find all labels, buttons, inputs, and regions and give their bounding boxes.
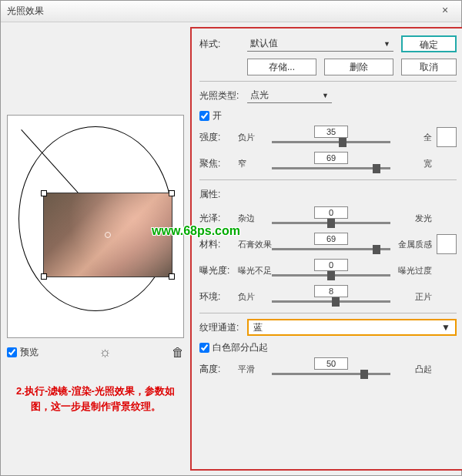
chevron-down-icon: ▼: [322, 92, 329, 99]
slider-thumb[interactable]: [373, 245, 380, 254]
height-slider[interactable]: 50: [272, 359, 390, 379]
intensity-right: 全: [390, 132, 432, 143]
ambient-right: 正片: [390, 291, 432, 303]
material-right: 金属质感: [390, 239, 432, 250]
exposure-label: 曝光度:: [199, 264, 238, 277]
height-row: 高度: 平滑 50 凸起: [199, 359, 457, 379]
height-value[interactable]: 50: [314, 357, 348, 370]
focus-left: 窄: [238, 158, 272, 169]
texture-channel-value: 蓝: [253, 321, 263, 334]
texture-channel-dropdown[interactable]: 蓝 ▼: [247, 319, 457, 336]
slider-thumb[interactable]: [339, 138, 346, 147]
height-left: 平滑: [238, 364, 272, 375]
material-value[interactable]: 69: [314, 233, 348, 245]
intensity-slider[interactable]: 35: [272, 127, 390, 147]
slider-thumb[interactable]: [327, 271, 335, 280]
texture-channel-label: 纹理通道:: [199, 321, 247, 334]
preview-checkbox-input[interactable]: [7, 347, 17, 357]
props-label: 属性:: [199, 188, 247, 201]
ambient-row: 环境: 负片 8 正片: [199, 287, 457, 307]
height-right: 凸起: [390, 364, 432, 375]
close-icon[interactable]: ×: [434, 4, 457, 18]
delete-button[interactable]: 删除: [324, 59, 393, 75]
style-value: 默认值: [250, 37, 278, 50]
ambient-value[interactable]: 8: [314, 285, 348, 297]
light-center-handle[interactable]: [105, 232, 111, 238]
focus-right: 宽: [390, 158, 432, 169]
material-slider[interactable]: 69: [272, 234, 390, 254]
style-dropdown[interactable]: 默认值 ▼: [247, 36, 393, 52]
gloss-right: 发光: [390, 213, 432, 224]
ambient-color-swatch[interactable]: [437, 234, 457, 254]
style-label: 样式:: [199, 38, 247, 51]
focus-row: 聚焦: 窄 69 宽: [199, 153, 457, 173]
material-row: 材料: 石膏效果 69 金属质感: [199, 234, 457, 254]
on-checkbox[interactable]: 开: [199, 109, 457, 122]
intensity-label: 强度:: [199, 131, 238, 144]
white-high-label: 白色部分凸起: [213, 341, 268, 354]
exposure-row: 曝光度: 曝光不足 0 曝光过度: [199, 260, 457, 280]
crop-handle[interactable]: [169, 273, 175, 280]
lighting-effects-dialog: 光照效果 × 预览 ☼ 🗑: [0, 0, 462, 476]
exposure-slider[interactable]: 0: [272, 260, 390, 280]
crop-handle[interactable]: [41, 190, 47, 196]
ambient-label: 环境:: [199, 290, 238, 303]
ambient-slider[interactable]: 8: [272, 287, 390, 307]
preview-canvas[interactable]: [7, 115, 184, 338]
gloss-slider[interactable]: 0: [272, 208, 390, 228]
gloss-left: 杂边: [238, 213, 272, 224]
light-type-dropdown[interactable]: 点光 ▼: [247, 88, 332, 103]
gloss-value[interactable]: 0: [314, 206, 348, 219]
light-color-swatch[interactable]: [437, 127, 457, 147]
ambient-left: 负片: [238, 291, 272, 303]
gloss-label: 光泽:: [199, 212, 238, 225]
gloss-row: 光泽: 杂边 0 发光: [199, 208, 457, 228]
material-left: 石膏效果: [238, 239, 272, 250]
chevron-down-icon: ▼: [383, 40, 390, 48]
slider-thumb[interactable]: [327, 219, 335, 228]
on-checkbox-input[interactable]: [199, 111, 209, 121]
cancel-button[interactable]: 取消: [401, 59, 457, 75]
chevron-down-icon: ▼: [441, 322, 450, 333]
crop-handle[interactable]: [169, 190, 175, 196]
lightbulb-icon[interactable]: ☼: [99, 344, 112, 360]
slider-thumb[interactable]: [373, 164, 380, 173]
focus-label: 聚焦:: [199, 157, 238, 170]
save-button[interactable]: 存储...: [247, 59, 316, 75]
ok-button[interactable]: 确定: [401, 35, 457, 52]
preview-checkbox-label: 预览: [20, 346, 38, 359]
intensity-row: 强度: 负片 35 全: [199, 127, 457, 147]
crop-handle[interactable]: [41, 273, 47, 280]
slider-thumb[interactable]: [332, 297, 340, 307]
left-panel: 预览 ☼ 🗑 2.执行-滤镜-渲染-光照效果，参数如图，这一步是制作背景纹理。: [1, 22, 190, 475]
exposure-value[interactable]: 0: [314, 259, 348, 271]
white-high-checkbox-input[interactable]: [199, 343, 209, 353]
preview-image: [43, 193, 172, 277]
focus-value[interactable]: 69: [314, 152, 348, 164]
white-high-checkbox[interactable]: 白色部分凸起: [199, 341, 457, 354]
light-type-value: 点光: [250, 89, 269, 102]
intensity-left: 负片: [238, 132, 272, 143]
on-label: 开: [213, 109, 222, 122]
exposure-right: 曝光过度: [390, 265, 432, 277]
settings-panel: 样式: 默认值 ▼ 确定 存储... 删除 取消 光照类型: 点光 ▼: [190, 27, 462, 471]
trash-icon[interactable]: 🗑: [172, 346, 184, 360]
focus-slider[interactable]: 69: [272, 153, 390, 173]
preview-checkbox[interactable]: 预览: [7, 346, 38, 359]
light-type-label: 光照类型:: [199, 89, 247, 102]
intensity-value[interactable]: 35: [314, 126, 348, 138]
material-label: 材料:: [199, 238, 238, 251]
titlebar[interactable]: 光照效果 ×: [1, 1, 461, 22]
instruction-note: 2.执行-滤镜-渲染-光照效果，参数如图，这一步是制作背景纹理。: [7, 384, 184, 414]
exposure-left: 曝光不足: [238, 265, 272, 277]
dialog-title: 光照效果: [7, 5, 44, 18]
height-label: 高度:: [199, 363, 238, 376]
slider-thumb[interactable]: [360, 370, 368, 379]
